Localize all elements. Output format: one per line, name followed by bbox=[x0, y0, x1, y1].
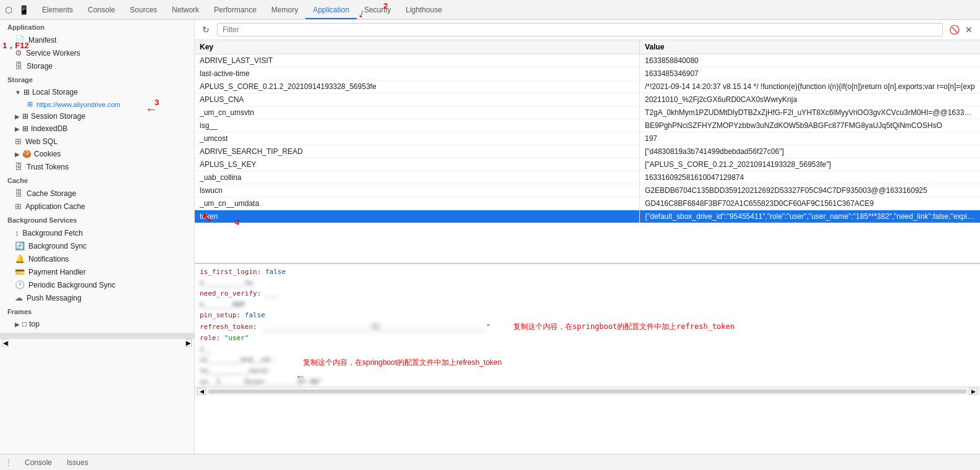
sidebar-background-sync[interactable]: 🔄 Background Sync bbox=[0, 239, 194, 252]
table-row[interactable]: _uab_collina163316092581610047129874 bbox=[195, 171, 980, 184]
sidebar-indexeddb[interactable]: ▶ ⊞ IndexedDB bbox=[0, 122, 194, 135]
sidebar-periodic-sync[interactable]: 🕐 Periodic Background Sync bbox=[0, 278, 194, 291]
inspect-icon[interactable]: ⬡ bbox=[2, 4, 15, 16]
cell-value: ["APLUS_S_CORE_0.21.2_20210914193328_569… bbox=[640, 158, 980, 171]
sidebar-local-storage-child[interactable]: ⊞ https://www.aliyundrive.com bbox=[0, 98, 194, 110]
filter-input[interactable] bbox=[217, 23, 943, 36]
frames-section-header: Frames bbox=[0, 304, 194, 318]
cell-key: APLUS_CNA bbox=[195, 93, 640, 106]
tab-memory[interactable]: Memory bbox=[264, 2, 305, 19]
background-section-header: Background Services bbox=[0, 213, 194, 226]
storage-section-header: Storage bbox=[0, 72, 194, 86]
horizontal-scrollbar[interactable] bbox=[208, 390, 966, 393]
tab-sources[interactable]: Sources bbox=[122, 2, 164, 19]
filter-icons: 🚫 ✕ bbox=[948, 24, 975, 36]
annotation-2-label: 2 bbox=[383, 1, 388, 11]
refresh-button[interactable]: ↻ bbox=[200, 24, 212, 36]
sidebar-trust-tokens[interactable]: 🗄 Trust Tokens bbox=[0, 160, 194, 173]
cell-value: {"default_sbox_drive_id":"95455411","rol… bbox=[640, 210, 980, 223]
annotation-text: 复制这个内容，在springboot的配置文件中加上refresh_token bbox=[513, 322, 735, 331]
device-icon[interactable]: 📱 bbox=[17, 4, 30, 16]
close-filter-icon[interactable]: ✕ bbox=[963, 24, 975, 36]
clear-filter-icon[interactable]: 🚫 bbox=[948, 24, 960, 36]
cookies-icon: 🍪 bbox=[22, 150, 32, 158]
table-row[interactable]: _umcost197 bbox=[195, 132, 980, 145]
bottom-dots-icon[interactable]: ⋮ bbox=[5, 458, 12, 467]
table-row[interactable]: token{"default_sbox_drive_id":"95455411"… bbox=[195, 210, 980, 223]
col-key-header: Key bbox=[195, 40, 640, 54]
app-cache-icon: ⊞ bbox=[15, 202, 22, 211]
sidebar-scroll-left[interactable]: ◀ bbox=[2, 339, 9, 347]
cell-value: 20211010_%2Fj2cGX6uRD0CAX0sWwryKnja bbox=[640, 93, 980, 106]
sidebar-payment-handler[interactable]: 💳 Payment Handler bbox=[0, 265, 194, 278]
table-row[interactable]: isg__BE9PghPNciSZFHYZMOPYzbbw3uNZdKOW5b9… bbox=[195, 119, 980, 132]
devtools-body: Application 📄 Manifest ⚙ Service Workers… bbox=[0, 20, 980, 454]
table-row[interactable]: APLUS_CNA20211010_%2Fj2cGX6uRD0CAX0sWwry… bbox=[195, 93, 980, 106]
sidebar-frames-top[interactable]: ▶ □ top bbox=[0, 318, 194, 330]
sidebar-websql[interactable]: ⊞ Web SQL bbox=[0, 135, 194, 148]
trust-tokens-icon: 🗄 bbox=[15, 162, 23, 171]
cell-key: token bbox=[195, 210, 640, 223]
tab-network[interactable]: Network bbox=[164, 2, 207, 19]
table-header: Key Value bbox=[195, 40, 980, 54]
cell-value: GD416C8BF6848F3BF702A1C655823D0CF60AF9C1… bbox=[640, 197, 980, 210]
cell-value: 163316092581610047129874 bbox=[640, 171, 980, 184]
bottom-tab-issues[interactable]: Issues bbox=[64, 458, 91, 467]
scroll-left-btn[interactable]: ◀ bbox=[197, 388, 206, 395]
table-row[interactable]: APLUS_S_CORE_0.21.2_20210914193328_56953… bbox=[195, 80, 980, 93]
local-storage-arrow: ▼ bbox=[15, 89, 21, 96]
frame-icon: □ bbox=[22, 320, 27, 328]
notifications-icon: 🔔 bbox=[15, 254, 25, 263]
bottom-tab-console[interactable]: Console bbox=[22, 458, 54, 467]
payment-icon: 💳 bbox=[15, 267, 25, 276]
table-row[interactable]: _um_cn_umsvtnT2gA_0khMym1PZUDMtDlyDTBZxZ… bbox=[195, 106, 980, 119]
filter-bar: ↻ 🚫 ✕ bbox=[195, 20, 980, 40]
bg-sync-icon: 🔄 bbox=[15, 241, 25, 250]
table-row[interactable]: _um_cn__umdataGD416C8BF6848F3BF702A1C655… bbox=[195, 197, 980, 210]
cell-value: 1633858840080 bbox=[640, 54, 980, 67]
cell-value: BE9PghPNciSZFHYZMOPYzbbw3uNZdKOW5b9ABGFc… bbox=[640, 119, 980, 132]
annotation-4-arrow: ↖ bbox=[202, 210, 212, 225]
cell-value: /*!2021-09-14 14:20:37 v8.15.14 */ !func… bbox=[640, 80, 980, 93]
sidebar-push-messaging[interactable]: ☁ Push Messaging bbox=[0, 291, 194, 304]
bg-fetch-icon: ↕ bbox=[15, 228, 19, 237]
table-row[interactable]: lswucnG2EBDB6704C135BDD359120212692D5332… bbox=[195, 184, 980, 197]
table-row[interactable]: last-active-time1633485346907 bbox=[195, 67, 980, 80]
tab-lighthouse[interactable]: Lighthouse bbox=[398, 2, 450, 19]
tab-console[interactable]: Console bbox=[80, 2, 122, 19]
session-arrow: ▶ bbox=[15, 113, 20, 120]
sidebar-background-fetch[interactable]: ↕ Background Fetch bbox=[0, 226, 194, 239]
cell-value: 1633485346907 bbox=[640, 67, 980, 80]
horizontal-scrollbar-area: ◀ ▶ bbox=[195, 387, 980, 395]
cell-key: _umcost bbox=[195, 132, 640, 145]
sidebar-notifications[interactable]: 🔔 Notifications bbox=[0, 252, 194, 265]
sidebar-item-storage[interactable]: 🗄 Storage bbox=[0, 59, 194, 72]
sidebar-local-storage-expand[interactable]: ▼ ⊞ Local Storage bbox=[0, 86, 194, 98]
cell-value: G2EBDB6704C135BDD359120212692D53327F05C9… bbox=[640, 184, 980, 197]
scroll-right-btn[interactable]: ▶ bbox=[969, 388, 978, 395]
table-row[interactable]: ADRIVE_SEARCH_TIP_READ["d4830819a3b74149… bbox=[195, 145, 980, 158]
sidebar-item-service-workers[interactable]: ⚙ Service Workers bbox=[0, 46, 194, 59]
table-rows-container: ADRIVE_LAST_VISIT1633858840080last-activ… bbox=[195, 54, 980, 223]
bottom-bar: ⋮ Console Issues bbox=[0, 454, 980, 470]
child-icon: ⊞ bbox=[27, 100, 33, 108]
sidebar-item-manifest[interactable]: 📄 Manifest bbox=[0, 33, 194, 46]
annotation-1-label: 1，F12 bbox=[2, 40, 29, 51]
local-storage-icon: ⊞ bbox=[23, 88, 30, 96]
sidebar-cookies[interactable]: ▶ 🍪 Cookies bbox=[0, 148, 194, 160]
cookies-arrow: ▶ bbox=[15, 151, 20, 158]
cell-key: _uab_collina bbox=[195, 171, 640, 184]
main-panel: ↻ 🚫 ✕ Key Value ADRIVE_LAST_VISIT1633858… bbox=[195, 20, 980, 454]
sidebar-cache-storage[interactable]: 🗄 Cache Storage bbox=[0, 187, 194, 200]
sidebar-application-cache[interactable]: ⊞ Application Cache bbox=[0, 200, 194, 213]
table-row[interactable]: APLUS_LS_KEY["APLUS_S_CORE_0.21.2_202109… bbox=[195, 158, 980, 171]
sidebar-session-storage[interactable]: ▶ ⊞ Session Storage bbox=[0, 110, 194, 122]
cell-key: ADRIVE_SEARCH_TIP_READ bbox=[195, 145, 640, 158]
table-row[interactable]: ADRIVE_LAST_VISIT1633858840080 bbox=[195, 54, 980, 67]
sidebar-scrollbar[interactable] bbox=[0, 333, 194, 339]
cell-key: ADRIVE_LAST_VISIT bbox=[195, 54, 640, 67]
tab-performance[interactable]: Performance bbox=[207, 2, 264, 19]
tab-application[interactable]: Application bbox=[305, 2, 357, 19]
sidebar-scroll-right[interactable]: ▶ bbox=[185, 339, 192, 347]
tab-elements[interactable]: Elements bbox=[35, 2, 80, 19]
